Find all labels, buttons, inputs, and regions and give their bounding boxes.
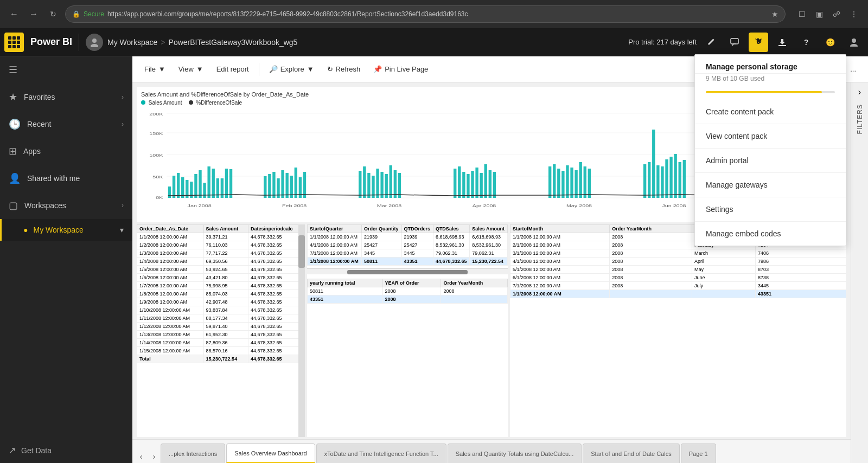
feedback-icon-button[interactable]: 🙂 [820, 33, 840, 52]
pin-live-button[interactable]: 📌 Pin Live Page [368, 61, 433, 78]
tabs-prev-button[interactable]: ‹ [135, 450, 148, 463]
svg-rect-91 [679, 162, 681, 198]
back-button[interactable]: ← [7, 7, 22, 22]
edit-icon-button[interactable] [701, 33, 720, 52]
sidebar-item-recent[interactable]: 🕒 Recent › [0, 111, 132, 138]
col-order-yearmonth: Order YearMonth [441, 279, 508, 287]
download-icon-button[interactable] [773, 33, 792, 52]
table-row: 5/1/2008 12:00:00 AM2008May8703 [510, 266, 846, 274]
get-data-label: Get Data [21, 446, 52, 455]
svg-rect-67 [471, 171, 474, 198]
refresh-label: Refresh [336, 65, 361, 73]
svg-rect-84 [648, 162, 650, 198]
tab-sales-overview[interactable]: Sales Overview Dashboard [226, 443, 315, 463]
bookmark-icon[interactable]: ★ [771, 10, 778, 18]
filters-collapse-button[interactable]: › [854, 87, 865, 98]
page-tabs: ‹ › ...plex Interactions Sales Overview … [132, 439, 851, 463]
col-datesinperiod: Datesinperiodcalc [248, 225, 305, 233]
svg-rect-47 [281, 170, 284, 198]
explore-button[interactable]: 🔎 Explore ▼ [264, 61, 320, 78]
svg-rect-57 [376, 169, 379, 198]
edit-report-button[interactable]: Edit report [211, 61, 254, 78]
sidebar-sub-item-myworkspace[interactable]: ● My Workspace ▾ [0, 219, 132, 241]
svg-rect-54 [363, 166, 366, 198]
svg-rect-74 [553, 164, 556, 198]
forward-button[interactable]: → [26, 7, 41, 22]
sidebar-hamburger[interactable]: ☰ [0, 56, 132, 83]
dropdown-item-admin-portal[interactable]: Admin portal [695, 149, 846, 173]
dropdown-item-manage-embed-codes[interactable]: Manage embed codes [695, 222, 846, 246]
cast-icon[interactable]: ☐ [794, 7, 809, 22]
more-icon[interactable]: ⋮ [846, 7, 861, 22]
data-tables-row: Order_Date_As_Date Sales Amount Datesinp… [137, 224, 846, 437]
more-options-icon: ... [850, 65, 856, 73]
dropdown-item-settings[interactable]: Settings [695, 197, 846, 222]
table-row: 1/13/2008 12:00:00 AM61,952.3044,678,332… [137, 331, 305, 339]
screenshot-icon[interactable]: ▣ [812, 7, 827, 22]
left-data-table-panel[interactable]: Order_Date_As_Date Sales Amount Datesinp… [137, 224, 305, 437]
dropdown-item-manage-gateways[interactable]: Manage gateways [695, 173, 846, 197]
myworkspace-label: My Workspace [33, 226, 83, 234]
powerbi-logo: Power BI [30, 36, 72, 48]
workspace-link[interactable]: My Workspace [107, 38, 157, 47]
table-row: 1/6/2008 12:00:00 AM43,421.8044,678,332.… [137, 274, 305, 282]
extension-icon[interactable]: ☍ [829, 7, 844, 22]
tabs-next-button[interactable]: › [148, 450, 161, 463]
breadcrumb-separator: > [161, 38, 165, 47]
app-launcher-button[interactable] [4, 33, 24, 52]
tab-start-end[interactable]: Start of and End of Date Calcs [583, 443, 680, 463]
sidebar-item-shared[interactable]: 👤 Shared with me [0, 165, 132, 192]
middle-data-table-panel[interactable]: StartofQuarter Order Quantity QTDOrders … [307, 224, 508, 437]
view-menu-button[interactable]: View ▼ [173, 61, 209, 78]
right-data-table-panel[interactable]: StartofMonth Order YearMonth Order Month… [510, 224, 846, 437]
tab-complex[interactable]: ...plex Interactions [161, 443, 225, 463]
file-menu-button[interactable]: File ▼ [139, 61, 171, 78]
svg-rect-85 [652, 130, 655, 198]
svg-rect-3 [778, 45, 786, 46]
sidebar-item-workspaces[interactable]: ▢ Workspaces › [0, 192, 132, 219]
pin-icon: 📌 [373, 65, 382, 73]
svg-point-4 [852, 38, 856, 43]
svg-rect-43 [264, 176, 266, 198]
reload-button[interactable]: ↻ [46, 7, 61, 22]
total-sales: 15,230,722.54 [203, 355, 248, 363]
table-row: 6/1/2008 12:00:00 AM2008June8738 [510, 274, 846, 282]
user-avatar[interactable] [86, 34, 103, 51]
more-options-button[interactable]: ... [845, 61, 861, 78]
svg-text:Mar 2008: Mar 2008 [377, 203, 401, 208]
table-row: 1/12/2008 12:00:00 AM59,871.4044,678,332… [137, 323, 305, 331]
svg-rect-37 [207, 166, 210, 198]
settings-icon-button[interactable] [749, 33, 768, 52]
table-row: 1/10/2008 12:00:00 AM93,837.8444,678,332… [137, 306, 305, 314]
tab-page1[interactable]: Page 1 [681, 443, 716, 463]
get-data-button[interactable]: ↗ Get Data [0, 438, 132, 463]
table-row-highlighted: 1/1/2008 12:00:00 AM43351 [510, 290, 846, 298]
tab-complex-label: ...plex Interactions [169, 451, 217, 457]
sidebar-item-favorites[interactable]: ★ Favorites › [0, 83, 132, 111]
table-row: 1/9/2008 12:00:00 AM42,907.4844,678,332.… [137, 298, 305, 306]
tab-xtodate[interactable]: xToDate and Time Intelligence Function T… [316, 443, 446, 463]
url-bar[interactable]: 🔒 Secure https://app.powerbi.com/groups/… [65, 5, 786, 23]
myworkspace-chevron-icon: ▾ [120, 226, 124, 234]
sidebar-item-apps[interactable]: ⊞ Apps [0, 138, 132, 165]
svg-text:May 2008: May 2008 [566, 203, 592, 208]
svg-text:Apr 2008: Apr 2008 [473, 203, 496, 208]
dropdown-item-create-content-pack[interactable]: Create content pack [695, 100, 846, 124]
svg-rect-42 [229, 169, 232, 198]
refresh-button[interactable]: ↻ Refresh [322, 61, 366, 78]
help-icon-button[interactable]: ? [796, 33, 816, 52]
profile-icon-button[interactable] [844, 33, 864, 52]
svg-rect-36 [203, 183, 206, 198]
tab-sales-quantity[interactable]: Sales and Quantity Totals using DateCalc… [448, 443, 582, 463]
table-row: 1/3/2008 12:00:00 AM77,717.2244,678,332.… [137, 249, 305, 258]
dropdown-storage-used: 9 MB of 10 GB used [695, 74, 846, 88]
middle-scroll-area[interactable] [307, 268, 508, 274]
left-table-scrollbar[interactable] [298, 224, 305, 437]
dropdown-item-view-content-pack[interactable]: View content pack [695, 124, 846, 149]
explore-icon: 🔎 [269, 65, 278, 73]
file-label: File [144, 65, 156, 73]
svg-rect-86 [656, 165, 659, 198]
comments-icon-button[interactable] [725, 33, 744, 52]
secure-label: Secure [84, 10, 104, 18]
grid-icon [8, 36, 20, 48]
